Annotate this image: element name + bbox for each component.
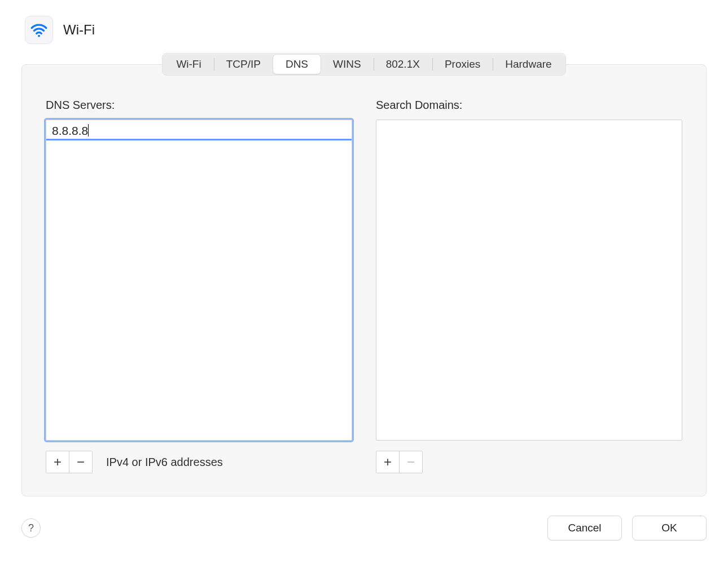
- page-title: Wi-Fi: [63, 22, 95, 38]
- search-domains-column: Search Domains: + −: [376, 99, 682, 473]
- text-caret: [88, 124, 89, 137]
- cancel-button[interactable]: Cancel: [547, 516, 622, 540]
- wifi-icon: [25, 16, 53, 44]
- dns-server-entry[interactable]: 8.8.8.8: [46, 120, 352, 140]
- search-domains-list[interactable]: [376, 120, 682, 441]
- domains-remove-button: −: [399, 451, 422, 473]
- dns-servers-footer: + − IPv4 or IPv6 addresses: [46, 451, 352, 473]
- tab-proxies[interactable]: Proxies: [432, 55, 493, 74]
- dns-remove-button[interactable]: −: [69, 451, 92, 473]
- network-advanced-window: { "header": { "title": "Wi-Fi", "icon": …: [0, 0, 728, 563]
- settings-panel: DNS Servers: 8.8.8.8 + − IPv4 or IPv6 ad…: [21, 64, 707, 496]
- dns-servers-label: DNS Servers:: [46, 99, 352, 112]
- tab-wifi[interactable]: Wi-Fi: [164, 55, 213, 74]
- tab-hardware[interactable]: Hardware: [493, 55, 564, 74]
- dns-servers-list[interactable]: 8.8.8.8: [46, 120, 352, 441]
- help-button[interactable]: ?: [21, 518, 41, 538]
- domains-add-remove-stepper: + −: [376, 451, 423, 473]
- domains-add-button[interactable]: +: [376, 451, 399, 473]
- ok-button[interactable]: OK: [632, 516, 707, 540]
- window-header: Wi-Fi: [0, 0, 728, 50]
- dns-add-button[interactable]: +: [46, 451, 69, 473]
- tab-wins[interactable]: WINS: [321, 55, 374, 74]
- tab-tcpip[interactable]: TCP/IP: [214, 55, 273, 74]
- dns-footer-hint: IPv4 or IPv6 addresses: [106, 456, 223, 469]
- svg-point-0: [38, 35, 40, 37]
- dns-add-remove-stepper: + −: [46, 451, 93, 473]
- search-domains-label: Search Domains:: [376, 99, 682, 112]
- dns-server-value: 8.8.8.8: [52, 124, 88, 137]
- tab-dns[interactable]: DNS: [273, 55, 321, 74]
- tab-bar: Wi-Fi TCP/IP DNS WINS 802.1X Proxies Har…: [162, 53, 565, 76]
- dialog-footer: ? Cancel OK: [21, 516, 707, 540]
- search-domains-footer: + −: [376, 451, 682, 473]
- tab-8021x[interactable]: 802.1X: [374, 55, 432, 74]
- dns-servers-column: DNS Servers: 8.8.8.8 + − IPv4 or IPv6 ad…: [46, 99, 352, 473]
